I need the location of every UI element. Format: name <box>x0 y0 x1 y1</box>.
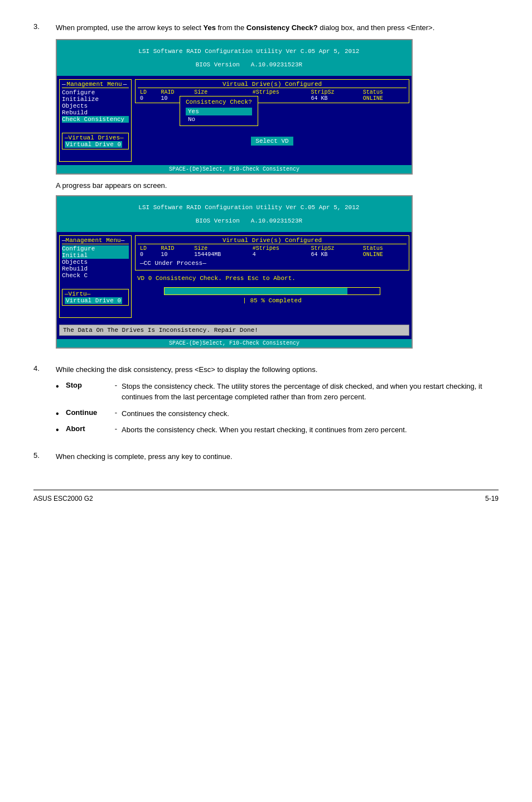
bios-vd-header-2: Virtual Drive(s) Configured <box>138 237 407 244</box>
bios-dialog-no: No <box>186 115 252 123</box>
bios-select-vd-1: Select VD <box>135 137 409 146</box>
col-stripes: #Stripes <box>250 89 309 95</box>
bios-body-1: —Management Menu— Configure Initialize O… <box>57 76 412 165</box>
col-raid: RAID <box>158 89 192 95</box>
bios-menu-objects-2: Objects <box>62 259 129 265</box>
bios-screen-1: LSI Software RAID Configuration Utility … <box>56 39 413 175</box>
bullet-dot-abort: • <box>56 424 66 435</box>
bios-left-panel-2: —Management Menu— Configure Initial Obje… <box>59 235 132 318</box>
bullet-desc-continue: Continues the consistency check. <box>122 408 499 419</box>
step-4-text: While checking the disk consistency, pre… <box>56 364 499 375</box>
step-3-number: 3. <box>33 22 56 31</box>
bios-menu-check-1: Check Consistency <box>62 116 129 123</box>
step-3-text-mid: from the <box>216 23 246 32</box>
bios-left-panel-1: —Management Menu— Configure Initialize O… <box>59 79 132 162</box>
bios-vd-header-1: Virtual Drive(s) Configured <box>138 81 407 88</box>
val-stripsz-2: 64 KB <box>308 252 360 258</box>
step-4: 4. While checking the disk consistency, … <box>33 364 499 441</box>
bios-vd-section-1: Virtual Drive(s) Configured LD RAID Size… <box>135 79 409 103</box>
col-raid-2: RAID <box>158 245 192 252</box>
bios-menu-initialize-1: Initialize <box>62 96 129 103</box>
bios-status-bar-1: SPACE-(De)Select, F10-Check Consistency <box>57 165 412 173</box>
bios-vd-table-2: LD RAID Size #Stripes StripSz Status 0 1… <box>138 245 407 258</box>
bullet-label-continue: Continue <box>66 408 110 417</box>
step-5-text: When checking is complete, press any key… <box>56 451 499 462</box>
bios-screen-2: LSI Software RAID Configuration Utility … <box>56 195 413 349</box>
val-stripsz: 64 KB <box>308 95 360 102</box>
bullet-stop: • Stop - Stops the consistency check. Th… <box>56 381 499 403</box>
bullet-dot-stop: • <box>56 381 66 392</box>
bios-progress-bar <box>164 287 380 295</box>
bullet-desc-stop: Stops the consistency check. The utility… <box>122 381 499 403</box>
bios-main-area-1: Virtual Drive(s) Configured LD RAID Size… <box>135 79 409 162</box>
val-ld: 0 <box>138 95 158 102</box>
bios-menu-configure-1: Configure <box>62 89 129 96</box>
step-3-bold2: Consistency Check? <box>246 23 318 32</box>
step-3-bold1: Yes <box>203 23 215 32</box>
bios-vd-item-1: Virtual Drive 0 <box>65 141 122 148</box>
bios-vd-item-2: Virtual Drive 0 <box>65 297 122 304</box>
col-status-2: Status <box>361 245 407 252</box>
bullet-label-stop: Stop <box>66 381 110 389</box>
bios-cc-message: VD 0 Consistency Check. Press Esc to Abo… <box>135 274 409 283</box>
bullet-dash-continue: - <box>110 408 122 417</box>
step-3-content: When prompted, use the arrow keys to sel… <box>56 22 499 354</box>
bios-progress-fill <box>165 288 347 294</box>
bios-select-vd-btn-1: Select VD <box>251 137 293 146</box>
step-3: 3. When prompted, use the arrow keys to … <box>33 22 499 354</box>
bullet-label-abort: Abort <box>66 424 110 433</box>
step-3-text-end: dialog box, and then press <Enter>. <box>318 23 435 32</box>
progress-bar-text: A progress bar appears on screen. <box>56 180 499 191</box>
bios-dialog-yes: Yes <box>186 108 252 115</box>
bios-menu-header-1: —Management Menu— <box>62 81 129 88</box>
val-ld-2: 0 <box>138 252 158 258</box>
bios-menu-initial-2: Initial <box>62 252 129 259</box>
step-5-content: When checking is complete, press any key… <box>56 451 499 468</box>
val-status: ONLINE <box>361 95 407 102</box>
bios-status-bar-2: SPACE-(De)Select, F10-Check Consistency <box>57 339 412 347</box>
bios-dialog-1: Consistency Check? Yes No <box>180 96 258 126</box>
bios-vd-section-2: Virtual Drive(s) Configured LD RAID Size… <box>135 235 409 270</box>
col-size-2: Size <box>192 245 250 252</box>
bios-menu-configure-2: Configure <box>62 245 129 252</box>
bios-menu-objects-1: Objects <box>62 103 129 109</box>
step-5-number: 5. <box>33 451 56 460</box>
bios-menu-rebuild-2: Rebuild <box>62 265 129 272</box>
col-stripsz: StripSz <box>308 89 360 95</box>
bullet-dash-abort: - <box>110 424 122 433</box>
bios-virtual-drives-1: —Virtual Drives— Virtual Drive 0 <box>62 133 129 149</box>
bios-title-bar-2: LSI Software RAID Configuration Utility … <box>57 196 412 232</box>
bullet-dot-continue: • <box>56 408 66 419</box>
val-stripes: 4 <box>250 95 309 102</box>
bios-virtual-drives-2: —Virtu— Virtual Drive 0 <box>62 289 129 306</box>
val-raid-2: 10 <box>158 252 192 258</box>
footer-right: 5-19 <box>485 495 499 503</box>
step-5: 5. When checking is complete, press any … <box>33 451 499 468</box>
bios-title-bar-1: LSI Software RAID Configuration Utility … <box>57 40 412 76</box>
col-ld: LD <box>138 89 158 95</box>
col-status: Status <box>361 89 407 95</box>
bullet-desc-abort: Aborts the consistency check. When you r… <box>122 424 499 436</box>
bios-menu-header-2: —Management Menu— <box>62 237 129 244</box>
step-4-content: While checking the disk consistency, pre… <box>56 364 499 441</box>
col-stripes-2: #Stripes <box>250 245 309 252</box>
bios-menu-checkc-2: Check C <box>62 272 129 279</box>
page-footer: ASUS ESC2000 G2 5-19 <box>33 490 499 503</box>
step-3-text: When prompted, use the arrow keys to sel… <box>56 22 499 33</box>
bullet-dash-stop: - <box>110 381 122 389</box>
bios-cc-under-process: —CC Under Process— <box>138 259 407 268</box>
bullet-continue: • Continue - Continues the consistency c… <box>56 408 499 419</box>
col-stripsz-2: StripSz <box>308 245 360 252</box>
bios-vd-table-1: LD RAID Size #Stripes StripSz Status 0 1… <box>138 89 407 102</box>
col-ld-2: LD <box>138 245 158 252</box>
val-stripes-2: 4 <box>250 252 309 258</box>
val-status-2: ONLINE <box>361 252 407 258</box>
bios-progress-text: | 85 % Completed <box>137 297 407 304</box>
bios-menu-rebuild-1: Rebuild <box>62 109 129 116</box>
bios-main-area-2: Virtual Drive(s) Configured LD RAID Size… <box>135 235 409 318</box>
bullet-list: • Stop - Stops the consistency check. Th… <box>56 381 499 436</box>
bullet-abort: • Abort - Aborts the consistency check. … <box>56 424 499 436</box>
footer-left: ASUS ESC2000 G2 <box>33 495 93 503</box>
bios-message-box: The Data On The Drives Is Inconsistency.… <box>59 325 409 336</box>
col-size: Size <box>192 89 250 95</box>
